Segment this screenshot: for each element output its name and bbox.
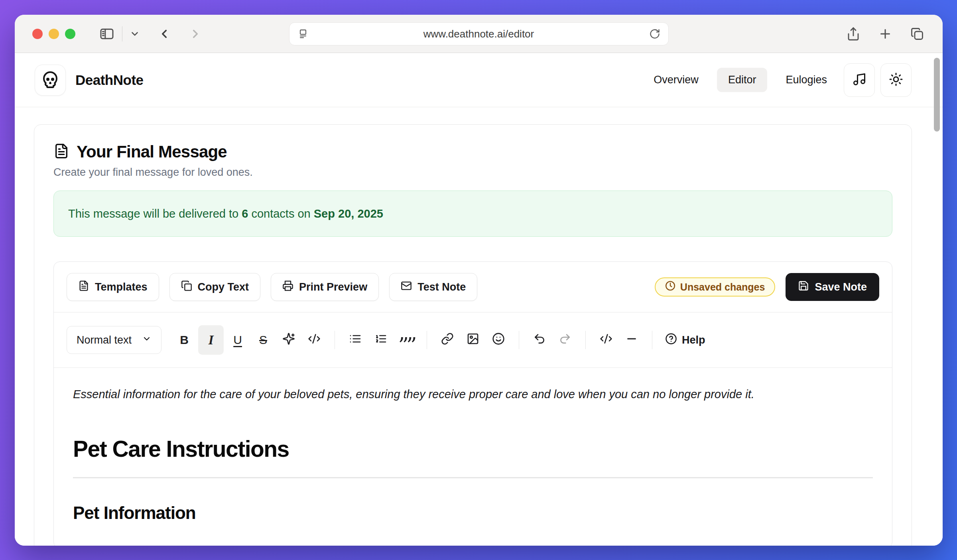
sidebar-toggle-icon[interactable] (99, 26, 115, 42)
numbered-list-icon (374, 332, 387, 348)
print-preview-label: Print Preview (299, 281, 367, 293)
text-style-dropdown[interactable]: Normal text (67, 326, 161, 354)
text-style-value: Normal text (77, 334, 132, 346)
reader-mode-icon[interactable] (297, 28, 309, 39)
theme-toggle-button[interactable] (880, 63, 912, 97)
document-heading-3: Pet #1 (73, 544, 873, 546)
divider (122, 26, 122, 41)
reload-icon[interactable] (649, 28, 660, 39)
file-text-icon (53, 143, 69, 161)
templates-button[interactable]: Templates (67, 273, 159, 301)
notice-text: contacts on (248, 207, 313, 220)
url-text: www.deathnote.ai/editor (423, 28, 534, 40)
titlebar-right-actions (846, 27, 924, 41)
app-header: DeathNote Overview Editor Eulogies (15, 53, 943, 107)
music-toggle-button[interactable] (844, 63, 875, 97)
document-heading-1: Pet Care Instructions (73, 436, 873, 462)
italic-button[interactable]: I (198, 325, 224, 355)
main-nav: Overview Editor Eulogies (642, 68, 838, 92)
code-icon (308, 332, 321, 348)
sun-icon (889, 72, 903, 88)
delivery-notice: This message will be delivered to 6 cont… (53, 191, 892, 237)
print-preview-button[interactable]: Print Preview (271, 273, 379, 301)
page-title: Your Final Message (77, 142, 227, 161)
divider (335, 331, 335, 349)
help-label: Help (682, 334, 705, 346)
insert-image-button[interactable] (461, 328, 484, 352)
inline-code-button[interactable] (303, 328, 326, 352)
nav-eulogies[interactable]: Eulogies (774, 68, 838, 92)
format-toolbar: Normal text B I U S (54, 312, 892, 367)
printer-icon (282, 280, 293, 294)
save-note-button[interactable]: Save Note (786, 273, 879, 301)
music-icon (852, 72, 866, 88)
unsaved-changes-badge: Unsaved changes (655, 277, 776, 297)
address-bar[interactable]: www.deathnote.ai/editor (289, 22, 669, 45)
mail-icon (401, 280, 412, 294)
bullet-list-icon (349, 332, 362, 348)
bold-button[interactable]: B (173, 328, 196, 352)
nav-overview[interactable]: Overview (642, 68, 710, 92)
browser-titlebar: www.deathnote.ai/editor (15, 15, 943, 53)
test-note-button[interactable]: Test Note (389, 273, 477, 301)
undo-icon (533, 332, 546, 348)
strikethrough-button[interactable]: S (252, 328, 275, 352)
document-divider (73, 477, 873, 478)
notice-text: This message will be delivered to (68, 207, 242, 220)
page-title-row: Your Final Message (53, 142, 892, 161)
tab-overview-icon[interactable] (910, 27, 924, 41)
bullet-list-button[interactable] (344, 328, 367, 352)
tab-group-chevron-icon[interactable] (130, 29, 140, 39)
forward-button-icon (189, 27, 202, 41)
divider (519, 331, 519, 349)
zoom-window-button[interactable] (65, 29, 75, 39)
new-tab-icon[interactable] (878, 27, 892, 41)
code-block-icon (600, 332, 612, 348)
editor-content[interactable]: Essential information for the care of yo… (54, 367, 892, 546)
redo-button[interactable] (553, 328, 577, 352)
save-note-label: Save Note (815, 281, 867, 293)
underline-button[interactable]: U (226, 328, 249, 352)
help-button[interactable]: Help (665, 333, 705, 348)
page-body: Your Final Message Create your final mes… (15, 107, 943, 546)
share-icon[interactable] (846, 27, 861, 41)
divider (652, 331, 652, 349)
divider (585, 331, 586, 349)
link-button[interactable] (436, 328, 459, 352)
numbered-list-button[interactable] (369, 328, 392, 352)
undo-button[interactable] (528, 328, 551, 352)
emoji-button[interactable] (487, 328, 510, 352)
blockquote-button[interactable]: ”” (395, 328, 418, 352)
image-icon (467, 332, 479, 348)
editor-card: Your Final Message Create your final mes… (34, 124, 912, 546)
document-heading-2: Pet Information (73, 503, 873, 523)
sparkles-icon (282, 332, 295, 348)
page-scrollbar-thumb[interactable] (934, 58, 940, 132)
help-circle-icon (665, 333, 677, 348)
redo-icon (559, 332, 571, 348)
chevron-down-icon (142, 334, 152, 346)
nav-editor[interactable]: Editor (717, 68, 768, 92)
minimize-window-button[interactable] (49, 29, 59, 39)
link-icon (441, 332, 454, 348)
document-intro-paragraph: Essential information for the care of yo… (73, 386, 873, 402)
clock-icon (665, 281, 675, 293)
horizontal-rule-button[interactable] (620, 328, 643, 352)
editor-actionbar: Templates Copy Text Print Preview T (54, 262, 892, 312)
notice-contact-count: 6 (242, 207, 248, 220)
code-block-button[interactable] (595, 328, 618, 352)
back-button-icon[interactable] (158, 27, 171, 41)
brand-name: DeathNote (75, 72, 144, 88)
skull-icon (41, 70, 60, 90)
unsaved-changes-label: Unsaved changes (680, 281, 765, 293)
templates-label: Templates (95, 281, 148, 293)
close-window-button[interactable] (32, 29, 43, 39)
copy-icon (181, 280, 192, 294)
minus-icon (625, 332, 638, 348)
app-logo[interactable] (35, 65, 66, 96)
save-icon (798, 280, 809, 294)
copy-text-button[interactable]: Copy Text (169, 273, 261, 301)
ai-sparkles-button[interactable] (277, 328, 300, 352)
test-note-label: Test Note (417, 281, 466, 293)
file-icon (78, 280, 89, 294)
